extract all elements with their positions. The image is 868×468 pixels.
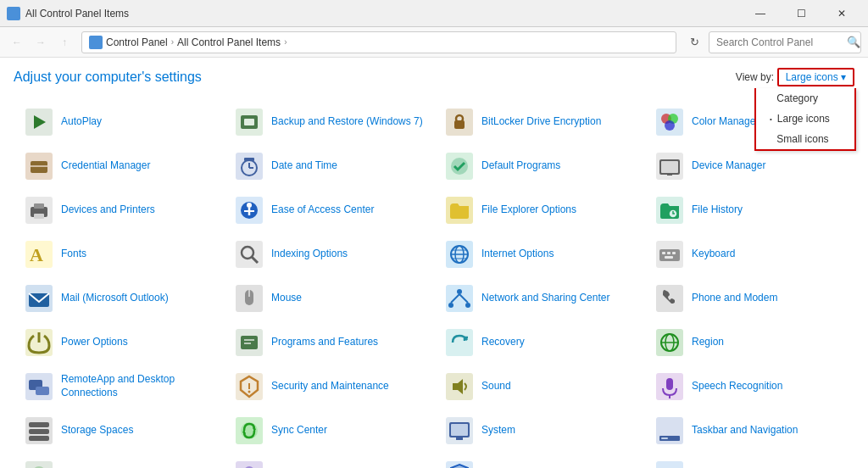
view-by-label: View by: [736,71,774,83]
control-icon: A [24,239,54,270]
control-icon [654,460,685,468]
svg-rect-69 [241,336,258,349]
control-item-security-and-maintenance[interactable]: Security and Maintenance [224,365,434,409]
search-input[interactable] [716,36,843,48]
large-icons-label: Large icons [777,113,830,125]
control-item-mouse[interactable]: Mouse [224,276,434,320]
control-label: File Explorer Options [481,203,576,217]
svg-rect-89 [666,378,673,390]
control-icon [654,371,685,402]
svg-text:A: A [30,244,43,265]
view-small-icons-option[interactable]: Small icons [756,129,854,149]
control-icon [24,107,54,137]
refresh-button[interactable]: ↻ [683,31,705,53]
svg-rect-19 [244,158,254,161]
control-item-indexing-options[interactable]: Indexing Options [224,232,434,276]
control-item-network-and-sharing-center[interactable]: Network and Sharing Center [434,276,644,320]
control-item-remoteapp-and-desktop-connections[interactable]: RemoteApp and Desktop Connections [14,365,224,409]
control-label: Recovery [481,336,525,349]
control-item-programs-and-features[interactable]: Programs and Features [224,320,434,365]
control-label: Phone and Modem [692,292,777,305]
control-item-mail-microsoft-outlook-[interactable]: Mail (Microsoft Outlook) [14,276,224,320]
maximize-button[interactable]: ☐ [782,0,821,27]
control-icon [654,415,685,446]
page-title: Adjust your computer's settings [14,70,202,85]
control-item-sound[interactable]: Sound [434,365,644,409]
control-item-user-accounts[interactable]: User Accounts [224,453,434,468]
window-icon [7,7,20,20]
title-bar: All Control Panel Items — ☐ ✕ [0,0,868,27]
control-item-windows-defender[interactable]: Windows Defender [434,453,644,468]
address-text: Control Panel [106,36,168,48]
small-icons-bullet [770,136,771,143]
control-item-windows-mobility-center[interactable]: Windows Mobility Center [644,453,854,468]
control-label: Internet Options [481,248,554,261]
svg-rect-50 [659,249,680,261]
search-bar[interactable]: 🔍 [709,31,861,53]
control-item-region[interactable]: Region [644,320,854,365]
svg-point-63 [465,303,470,308]
control-item-recovery[interactable]: Recovery [434,320,644,365]
control-label: RemoteApp and Desktop Connections [61,373,214,399]
control-item-internet-options[interactable]: Internet Options [434,232,644,276]
control-item-autoplay[interactable]: AutoPlay [14,100,224,144]
control-item-backup-and-restore-windows-7-[interactable]: Backup and Restore (Windows 7) [224,100,434,144]
control-item-default-programs[interactable]: Default Programs [434,144,644,188]
up-button[interactable]: ↑ [54,32,75,53]
control-icon [444,283,475,314]
control-icon [24,460,54,468]
control-item-power-options[interactable]: Power Options [14,320,224,365]
control-icon [444,239,475,270]
view-by-container: View by: Large icons ▾ Category • Large … [736,68,854,86]
control-label: Keyboard [692,248,735,261]
control-item-file-explorer-options[interactable]: File Explorer Options [434,188,644,232]
svg-rect-60 [446,285,473,312]
control-item-credential-manager[interactable]: Credential Manager [14,144,224,188]
control-item-troubleshooting[interactable]: Troubleshooting [14,453,224,468]
svg-rect-92 [29,422,49,427]
control-item-devices-and-printers[interactable]: Devices and Printers [14,188,224,232]
svg-point-62 [448,303,453,308]
control-item-sync-center[interactable]: Sync Center [224,409,434,453]
svg-rect-66 [656,285,683,312]
view-category-option[interactable]: Category [756,88,854,109]
control-icon [24,283,54,314]
control-icon [234,239,264,270]
address-bar[interactable]: Control Panel › All Control Panel Items … [81,31,676,53]
control-label: Region [692,336,724,349]
control-item-phone-and-modem[interactable]: Phone and Modem [644,276,854,320]
control-item-taskbar-and-navigation[interactable]: Taskbar and Navigation [644,409,854,453]
svg-rect-114 [656,461,683,468]
category-bullet [770,95,771,103]
control-item-bitlocker-drive-encryption[interactable]: BitLocker Drive Encryption [434,100,644,144]
control-label: Power Options [61,336,128,349]
back-button[interactable]: ← [7,32,27,53]
address-path: All Control Panel Items [177,36,281,48]
control-icon [444,107,475,137]
close-button[interactable]: ✕ [822,0,861,27]
svg-rect-29 [34,214,44,219]
control-icon [234,327,264,358]
control-item-file-history[interactable]: File History [644,188,854,232]
svg-rect-81 [36,387,49,395]
forward-button[interactable]: → [31,32,51,53]
control-label: Ease of Access Center [271,203,374,217]
control-label: AutoPlay [61,115,102,129]
control-item-system[interactable]: System [434,409,644,453]
control-item-ease-of-access-center[interactable]: Ease of Access Center [224,188,434,232]
control-icon [24,151,54,181]
control-item-storage-spaces[interactable]: Storage Spaces [14,409,224,453]
view-by-dropdown[interactable]: Large icons ▾ [777,68,854,86]
control-item-speech-recognition[interactable]: Speech Recognition [644,365,854,409]
control-item-date-and-time[interactable]: Date and Time [224,144,434,188]
svg-rect-94 [29,436,49,441]
control-item-keyboard[interactable]: Keyboard [644,232,854,276]
control-item-fonts[interactable]: AFonts [14,232,224,276]
control-icon [24,371,54,402]
window-title: All Control Panel Items [25,8,741,20]
control-panel-grid: AutoPlayBackup and Restore (Windows 7)Bi… [14,100,854,468]
control-icon [234,151,264,181]
view-large-icons-option[interactable]: • Large icons [756,109,854,129]
control-label: Devices and Printers [61,203,155,217]
minimize-button[interactable]: — [741,0,780,27]
